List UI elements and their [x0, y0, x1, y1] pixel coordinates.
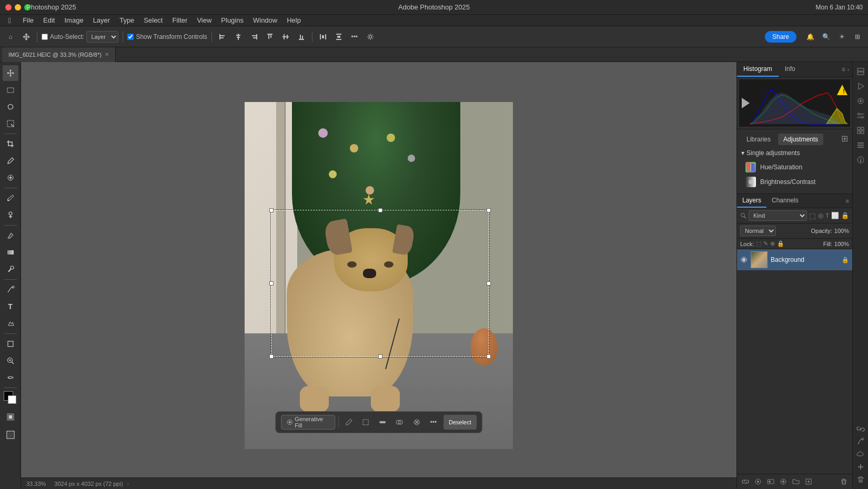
move-tool-options[interactable] — [20, 30, 33, 43]
pen-icon[interactable] — [854, 435, 867, 448]
eraser-tool[interactable] — [3, 228, 18, 243]
adj-section-header[interactable]: ▾ Single adjustments — [741, 149, 848, 157]
share-button[interactable]: Share — [765, 31, 796, 43]
add-group-btn[interactable] — [791, 476, 801, 487]
gradient-tool[interactable] — [3, 244, 18, 260]
layers-options-btn[interactable]: ≡ — [846, 198, 849, 204]
link-layers-btn[interactable] — [740, 476, 751, 487]
healing-tool[interactable] — [3, 170, 18, 186]
fullscreen-btn[interactable]: ⊞ — [851, 30, 864, 43]
add-adjustment-btn[interactable] — [778, 476, 789, 487]
menu-filter[interactable]: Filter — [168, 15, 191, 25]
info-expand-btn[interactable]: › — [127, 481, 129, 487]
exclude-btn[interactable] — [410, 415, 423, 430]
menu-window[interactable]: Window — [249, 15, 281, 25]
shape-tool[interactable] — [3, 336, 18, 352]
distribute-h-btn[interactable] — [317, 30, 329, 43]
fill-value[interactable]: 100% — [834, 241, 849, 247]
settings-btn[interactable] — [364, 30, 377, 43]
lasso-tool[interactable] — [3, 99, 18, 115]
canvas-area[interactable]: Generative Fill — [21, 62, 736, 489]
opacity-value[interactable]: 100% — [834, 228, 849, 234]
home-btn[interactable]: ⌂ — [4, 30, 17, 43]
menu-view[interactable]: View — [193, 15, 216, 25]
apple-menu[interactable]:  — [4, 15, 15, 26]
align-bottom-btn[interactable] — [295, 30, 308, 43]
tab-libraries[interactable]: Libraries — [741, 134, 776, 145]
auto-select-dropdown[interactable]: Layer Group — [86, 31, 118, 43]
lock-artboard-btn[interactable]: ⊕ — [770, 240, 775, 247]
auto-select-group[interactable]: Auto-Select: Layer Group — [42, 31, 118, 43]
menu-file[interactable]: File — [18, 15, 38, 25]
cloud-icon[interactable] — [854, 448, 867, 461]
align-left-btn[interactable] — [216, 30, 229, 43]
tab-channels[interactable]: Channels — [766, 194, 804, 208]
layer-visibility-toggle[interactable] — [740, 256, 748, 263]
pen-tool[interactable] — [3, 282, 18, 298]
trash-icon[interactable] — [854, 473, 867, 486]
adj-item-hue-sat[interactable]: Hue/Saturation — [741, 160, 848, 175]
panel-collapse-btn[interactable]: › — [847, 67, 849, 73]
play-btn[interactable] — [854, 80, 867, 93]
menu-plugins[interactable]: Plugins — [217, 15, 248, 25]
lock-all-btn[interactable]: 🔒 — [777, 240, 784, 247]
menu-type[interactable]: Type — [115, 15, 138, 25]
adjustments-sidebar-btn[interactable] — [854, 109, 867, 122]
auto-select-checkbox[interactable] — [42, 34, 48, 40]
adj-add-btn[interactable]: ⊞ — [841, 134, 848, 145]
transform-controls-group[interactable]: Show Transform Controls — [127, 33, 207, 40]
brush-tool[interactable] — [3, 190, 18, 206]
layer-filter-adj-btn[interactable]: ◎ — [818, 212, 823, 219]
move-tool[interactable] — [3, 65, 18, 81]
more-ft-btn[interactable]: ••• — [427, 415, 440, 430]
notification-btn[interactable]: 🔔 — [804, 30, 816, 43]
layers-sidebar-btn[interactable] — [854, 139, 867, 151]
eyedropper-tool[interactable] — [3, 153, 18, 169]
minimize-button[interactable] — [15, 4, 21, 11]
generative-fill-btn[interactable]: Generative Fill — [281, 415, 335, 430]
tab-close-btn[interactable]: ✕ — [105, 52, 109, 57]
tab-info[interactable]: Info — [779, 62, 802, 77]
menu-help[interactable]: Help — [282, 15, 305, 25]
menu-image[interactable]: Image — [60, 15, 87, 25]
link-icon[interactable] — [854, 423, 867, 435]
marquee-tool[interactable] — [3, 82, 18, 98]
document-tab[interactable]: IMG_6021.HEIC @ 33.3% (RGB/8*) ✕ — [2, 47, 116, 62]
menu-select[interactable]: Select — [139, 15, 167, 25]
tab-histogram[interactable]: Histogram — [737, 62, 779, 77]
blend-mode-select[interactable]: Normal Multiply Screen Overlay — [740, 226, 776, 236]
libraries-btn[interactable] — [854, 124, 867, 137]
layer-filter-pixel-btn[interactable]: ⬚ — [809, 211, 816, 220]
crop-tool[interactable] — [3, 136, 18, 152]
panel-btn-1[interactable] — [854, 65, 867, 78]
layer-filter-smart-btn[interactable]: 🔒 — [841, 212, 849, 219]
tab-layers[interactable]: Layers — [737, 194, 766, 208]
align-right-btn[interactable] — [248, 30, 260, 43]
type-tool[interactable]: T — [3, 299, 18, 314]
path-select-tool[interactable] — [3, 315, 18, 331]
transform-checkbox[interactable] — [127, 34, 134, 40]
menu-layer[interactable]: Layer — [89, 15, 115, 25]
add-layer-btn[interactable] — [803, 476, 814, 487]
panel-options-btn[interactable]: ≡ — [842, 66, 845, 73]
screen-mode-btn[interactable] — [3, 427, 18, 443]
info-sidebar-btn[interactable] — [854, 154, 867, 166]
zoom-tool[interactable] — [3, 353, 18, 369]
more-options-btn[interactable]: ••• — [348, 30, 361, 43]
dodge-tool[interactable] — [3, 261, 18, 277]
delete-layer-btn[interactable] — [839, 476, 849, 487]
color-swatches[interactable] — [3, 390, 18, 406]
align-center-btn[interactable] — [232, 30, 245, 43]
search-toolbar-btn[interactable]: 🔍 — [820, 30, 832, 43]
subtract-btn[interactable] — [376, 415, 389, 430]
layer-kind-select[interactable]: Kind Name Effect — [749, 210, 807, 221]
properties-btn[interactable] — [854, 95, 867, 107]
align-vmid-btn[interactable] — [279, 30, 292, 43]
smudge-tool[interactable] — [3, 370, 18, 385]
layer-filter-type-btn[interactable]: T — [825, 212, 829, 219]
intersect-btn[interactable] — [393, 415, 407, 430]
marquee-ft-btn[interactable] — [359, 415, 372, 430]
layer-item-background[interactable]: Background 🔒 — [737, 249, 852, 270]
layer-filter-shape-btn[interactable]: ⬜ — [831, 212, 839, 219]
brush-ft-btn[interactable] — [342, 415, 356, 430]
